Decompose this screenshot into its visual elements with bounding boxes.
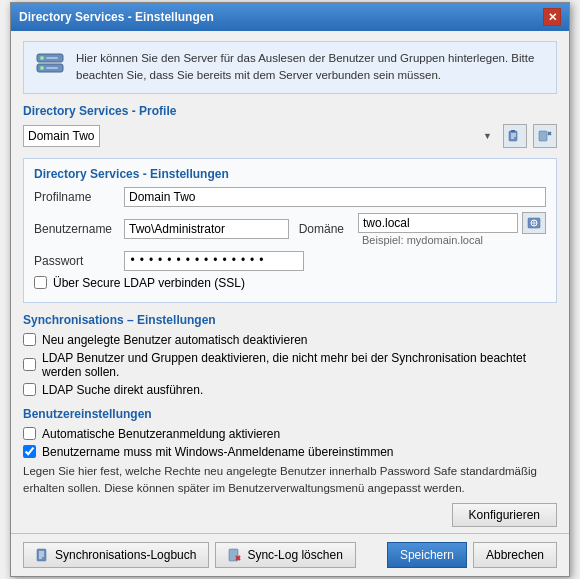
settings-box: Directory Services - Einstellungen Profi… — [23, 158, 557, 303]
profile-edit-button[interactable] — [503, 124, 527, 148]
domane-input[interactable] — [358, 213, 518, 233]
footer-right: Speichern Abbrechen — [387, 542, 557, 568]
passwort-row: Passwort — [34, 251, 546, 271]
sync-log-button[interactable]: Synchronisations-Logbuch — [23, 542, 209, 568]
user-option1-checkbox[interactable] — [23, 427, 36, 440]
profilname-input[interactable] — [124, 187, 546, 207]
profilname-label: Profilname — [34, 190, 124, 204]
sync-option1-label: Neu angelegte Benutzer automatisch deakt… — [42, 333, 308, 347]
close-button[interactable]: ✕ — [543, 8, 561, 26]
benutzername-row: Benutzername Domäne — [34, 212, 546, 246]
configure-button[interactable]: Konfigurieren — [452, 503, 557, 527]
sync-option3-checkbox[interactable] — [23, 383, 36, 396]
footer-left: Synchronisations-Logbuch Sync-Log lösche… — [23, 542, 356, 568]
domain-row: Domäne — [299, 212, 546, 246]
sync-option2-checkbox[interactable] — [23, 358, 36, 371]
benutzername-input[interactable] — [124, 219, 289, 239]
window-title: Directory Services - Einstellungen — [19, 10, 214, 24]
edit-icon — [508, 129, 522, 143]
passwort-label: Passwort — [34, 254, 124, 268]
domain-icon — [527, 216, 541, 230]
add-profile-icon — [538, 129, 552, 143]
log-icon — [36, 548, 50, 562]
configure-row: Konfigurieren — [11, 503, 569, 527]
titlebar: Directory Services - Einstellungen ✕ — [11, 3, 569, 31]
sync-option1-checkbox[interactable] — [23, 333, 36, 346]
ssl-row: Über Secure LDAP verbinden (SSL) — [34, 276, 546, 290]
profile-add-button[interactable] — [533, 124, 557, 148]
svg-rect-5 — [46, 67, 58, 69]
svg-rect-7 — [511, 130, 515, 132]
benutzername-label: Benutzername — [34, 222, 124, 236]
sync-section-title: Synchronisations – Einstellungen — [23, 313, 557, 327]
ssl-label: Über Secure LDAP verbinden (SSL) — [53, 276, 245, 290]
svg-point-3 — [40, 66, 44, 70]
sync-option3-row: LDAP Suche direkt ausführen. — [23, 383, 557, 397]
profile-section-title: Directory Services - Profile — [23, 104, 557, 118]
ssl-checkbox[interactable] — [34, 276, 47, 289]
profile-select-wrapper: Domain Two — [23, 125, 497, 147]
user-option2-label: Benutzername muss mit Windows-Anmeldenam… — [42, 445, 393, 459]
sync-log-label: Synchronisations-Logbuch — [55, 548, 196, 562]
svg-rect-11 — [539, 131, 547, 141]
user-section-title: Benutzereinstellungen — [23, 407, 557, 421]
sync-option2-label: LDAP Benutzer und Gruppen deaktivieren, … — [42, 351, 557, 379]
user-option1-row: Automatische Benutzeranmeldung aktiviere… — [23, 427, 557, 441]
user-option2-row: Benutzername muss mit Windows-Anmeldenam… — [23, 445, 557, 459]
clear-log-label: Sync-Log löschen — [247, 548, 342, 562]
domane-label: Domäne — [299, 222, 344, 236]
clear-log-icon — [228, 548, 242, 562]
user-description: Legen Sie hier fest, welche Rechte neu a… — [11, 463, 569, 498]
info-text: Hier können Sie den Server für das Ausle… — [76, 50, 546, 85]
settings-section-title: Directory Services - Einstellungen — [34, 167, 546, 181]
info-box: Hier können Sie den Server für das Ausle… — [23, 41, 557, 94]
main-window: Directory Services - Einstellungen ✕ Hie… — [10, 2, 570, 577]
passwort-input[interactable] — [124, 251, 304, 271]
footer: Synchronisations-Logbuch Sync-Log lösche… — [11, 533, 569, 576]
profilname-row: Profilname — [34, 187, 546, 207]
sync-option1-row: Neu angelegte Benutzer automatisch deakt… — [23, 333, 557, 347]
svg-rect-4 — [46, 57, 58, 59]
save-button[interactable]: Speichern — [387, 542, 467, 568]
sync-option3-label: LDAP Suche direkt ausführen. — [42, 383, 203, 397]
profile-row: Domain Two — [23, 124, 557, 148]
svg-rect-18 — [37, 549, 46, 561]
server-icon — [34, 50, 66, 82]
profile-select[interactable]: Domain Two — [23, 125, 100, 147]
user-option2-checkbox[interactable] — [23, 445, 36, 458]
user-option1-label: Automatische Benutzeranmeldung aktiviere… — [42, 427, 280, 441]
domain-action-button[interactable] — [522, 212, 546, 234]
svg-point-2 — [40, 56, 44, 60]
cancel-button[interactable]: Abbrechen — [473, 542, 557, 568]
clear-log-button[interactable]: Sync-Log löschen — [215, 542, 355, 568]
domain-example: Beispiel: mydomain.local — [362, 234, 546, 246]
sync-option2-row: LDAP Benutzer und Gruppen deaktivieren, … — [23, 351, 557, 379]
